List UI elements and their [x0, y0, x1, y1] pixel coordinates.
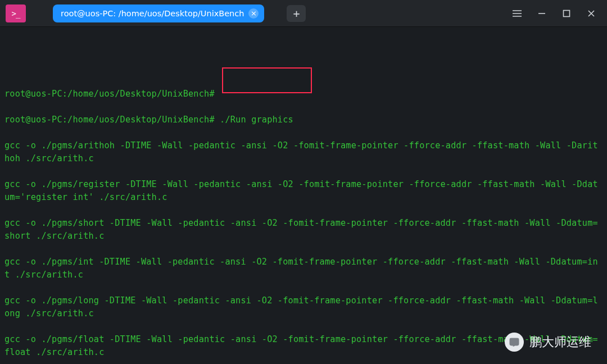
terminal-app-icon: >_	[6, 4, 26, 22]
gcc-line-short: gcc -o ./pgms/short -DTIME -Wall -pedant…	[4, 217, 603, 243]
titlebar: >_ root@uos-PC: /home/uos/Desktop/UnixBe…	[0, 0, 607, 27]
gcc-line-int: gcc -o ./pgms/int -DTIME -Wall -pedantic…	[4, 256, 603, 281]
prompt-line-2: root@uos-PC:/home/uos/Desktop/UnixBench#…	[4, 113, 603, 126]
new-tab-button[interactable]: +	[287, 5, 306, 22]
gcc-line-register: gcc -o ./pgms/register -DTIME -Wall -ped…	[4, 178, 603, 204]
shell-prompt: root@uos-PC:/home/uos/Desktop/UnixBench#	[4, 115, 215, 125]
close-window-icon[interactable]	[581, 4, 601, 22]
close-tab-icon[interactable]: ×	[248, 8, 259, 19]
svg-rect-0	[564, 10, 570, 16]
prompt-line-1: root@uos-PC:/home/uos/Desktop/UnixBench#	[4, 88, 603, 101]
hamburger-menu-icon[interactable]	[507, 4, 527, 22]
gcc-line-arithoh: gcc -o ./pgms/arithoh -DTIME -Wall -peda…	[4, 139, 603, 165]
watermark-text: 鹏大师运维	[529, 334, 591, 351]
blank-area	[4, 43, 603, 75]
wechat-icon	[505, 333, 524, 352]
tab-active[interactable]: root@uos-PC: /home/uos/Desktop/UnixBench…	[53, 4, 264, 22]
watermark: 鹏大师运维	[505, 333, 591, 352]
minimize-icon[interactable]	[532, 4, 552, 22]
terminal-output[interactable]: root@uos-PC:/home/uos/Desktop/UnixBench#…	[0, 27, 607, 364]
maximize-icon[interactable]	[556, 4, 577, 22]
typed-command: ./Run graphics	[215, 115, 293, 125]
shell-prompt: root@uos-PC:/home/uos/Desktop/UnixBench#	[4, 89, 215, 99]
gcc-line-long: gcc -o ./pgms/long -DTIME -Wall -pedanti…	[4, 294, 603, 320]
tab-title: root@uos-PC: /home/uos/Desktop/UnixBench	[61, 9, 244, 18]
